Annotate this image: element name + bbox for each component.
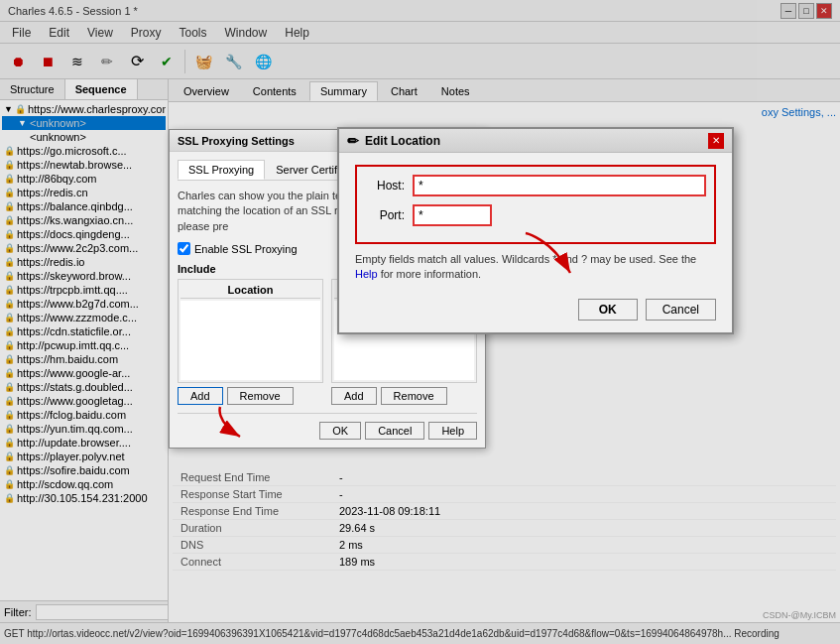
ssl-include-remove-btn[interactable]: Remove <box>227 387 294 405</box>
ssl-include-col: Location Add Remove <box>178 279 323 405</box>
edit-bottom-btns: OK Cancel <box>355 295 716 321</box>
edit-dialog-title-text: Edit Location <box>365 134 440 148</box>
ssl-cancel-btn[interactable]: Cancel <box>365 422 424 440</box>
edit-location-dialog: ✏ Edit Location ✕ Host: Port: Empty fiel… <box>337 127 734 334</box>
ssl-include-header: Location <box>180 282 320 299</box>
ssl-exclude-btn-row: Add Remove <box>331 387 477 405</box>
ssl-exclude-add-btn[interactable]: Add <box>331 387 377 405</box>
host-label: Host: <box>365 179 405 193</box>
ssl-include-btn-row: Add Remove <box>178 387 323 405</box>
ssl-ok-btn[interactable]: OK <box>319 422 361 440</box>
ssl-include-table: Location <box>178 279 323 383</box>
host-input[interactable] <box>413 175 706 196</box>
ssl-include-add-btn[interactable]: Add <box>178 387 223 405</box>
ssl-include-body <box>180 301 320 380</box>
port-row: Port: <box>365 204 706 226</box>
edit-dialog-icon: ✏ <box>347 133 359 149</box>
ssl-enable-label: Enable SSL Proxying <box>194 243 298 255</box>
host-row: Host: <box>365 175 706 196</box>
ssl-enable-checkbox[interactable] <box>178 242 190 255</box>
watermark: CSDN-@My.ICBM <box>763 610 836 620</box>
edit-dialog-close-btn[interactable]: ✕ <box>708 133 724 149</box>
edit-fields-container: Host: Port: <box>355 165 716 244</box>
ssl-tab-proxying[interactable]: SSL Proxying <box>178 160 265 180</box>
ssl-dialog-title-text: SSL Proxying Settings <box>178 135 295 147</box>
edit-dialog-title: ✏ Edit Location ✕ <box>339 129 732 153</box>
edit-cancel-btn[interactable]: Cancel <box>646 299 716 321</box>
edit-hint: Empty fields match all values. Wildcards… <box>355 252 716 283</box>
port-label: Port: <box>365 208 405 222</box>
port-input[interactable] <box>413 204 492 226</box>
ssl-exclude-remove-btn[interactable]: Remove <box>381 387 447 405</box>
ssl-bottom-btns: OK Cancel Help <box>178 413 477 440</box>
edit-help-link[interactable]: Help <box>355 268 378 280</box>
edit-dialog-body: Host: Port: Empty fields match all value… <box>339 153 732 332</box>
edit-ok-btn[interactable]: OK <box>578 299 638 321</box>
ssl-help-btn[interactable]: Help <box>428 422 477 440</box>
edit-title-row: ✏ Edit Location <box>347 133 440 149</box>
